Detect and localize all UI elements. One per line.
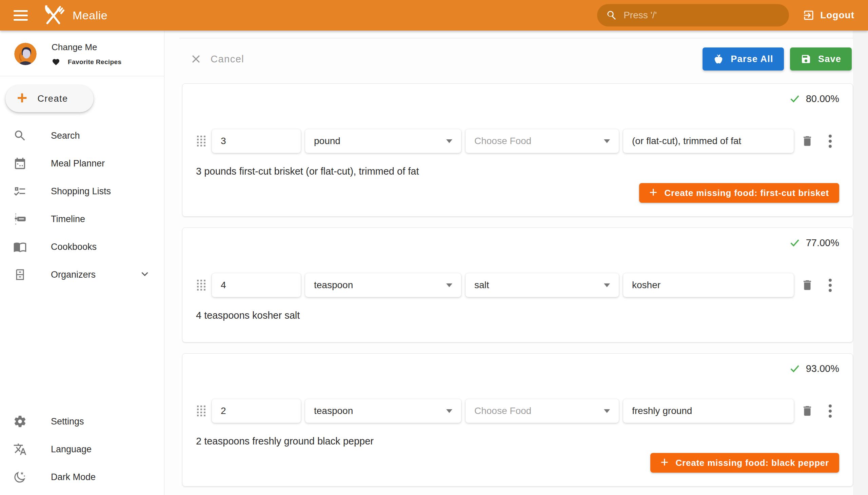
sidebar-item-organizers[interactable]: Organizers	[0, 261, 164, 289]
delete-button[interactable]	[798, 402, 816, 420]
parser-toolbar: Cancel Parse All Save	[180, 38, 853, 80]
ingredient-fields: pound Choose Food	[196, 129, 839, 153]
apple-icon	[713, 54, 724, 64]
dropdown-arrow-icon	[604, 284, 610, 287]
save-button[interactable]: Save	[790, 48, 852, 70]
calendar-icon	[13, 156, 27, 171]
drag-handle-icon[interactable]	[196, 134, 206, 149]
delete-button[interactable]	[798, 276, 816, 294]
check-icon	[789, 363, 801, 374]
kebab-icon	[829, 405, 832, 418]
original-ingredient-text: 2 teaspoons freshly ground black pepper	[196, 436, 839, 447]
gear-icon	[13, 414, 27, 429]
food-select[interactable]: Choose Food	[465, 399, 619, 423]
more-options-button[interactable]	[821, 276, 839, 294]
note-input[interactable]	[623, 273, 794, 297]
sidebar-item-shopping-lists[interactable]: Shopping Lists	[0, 177, 164, 205]
logout-label: Logout	[820, 10, 854, 21]
ingredient-fields: teaspoon Choose Food	[196, 399, 839, 423]
logout-icon	[803, 9, 815, 21]
timeline-icon	[13, 212, 27, 226]
dropdown-arrow-icon	[604, 409, 610, 413]
search-icon	[606, 10, 617, 21]
more-options-button[interactable]	[821, 402, 839, 420]
plus-icon: +	[17, 89, 27, 106]
plus-icon: +	[661, 455, 669, 469]
main-content: Cancel Parse All Save 80.00%	[165, 31, 868, 495]
quantity-input[interactable]	[212, 399, 301, 423]
user-block[interactable]: Change Me Favorite Recipes	[0, 31, 164, 76]
delete-button[interactable]	[798, 132, 816, 150]
quantity-input[interactable]	[212, 273, 301, 297]
favorite-recipes-label: Favorite Recipes	[68, 58, 121, 66]
ingredient-fields: teaspoon salt	[196, 273, 839, 297]
drag-handle-icon[interactable]	[196, 278, 206, 293]
sidebar: Change Me Favorite Recipes + Create Sear…	[0, 31, 165, 495]
confidence-row: 93.00%	[196, 362, 839, 375]
food-select[interactable]: Choose Food	[465, 129, 619, 153]
heart-icon	[52, 58, 61, 66]
file-cabinet-icon	[13, 268, 27, 282]
plus-icon: +	[649, 186, 658, 199]
sidebar-item-dark-mode[interactable]: Dark Mode	[0, 463, 164, 491]
ingredient-list: 80.00% pound Choose Food	[180, 80, 853, 495]
confidence-value: 93.00%	[806, 363, 839, 374]
sidebar-nav: Search Meal Planner Shopping Lists Timel…	[0, 122, 164, 289]
confidence-row: 77.00%	[196, 237, 839, 249]
trash-icon	[801, 405, 814, 417]
quantity-input[interactable]	[212, 129, 301, 153]
page-gutter	[853, 31, 868, 495]
book-open-icon	[13, 240, 27, 254]
confidence-row: 80.00%	[196, 92, 839, 105]
check-icon	[789, 93, 801, 104]
favorite-recipes-link[interactable]: Favorite Recipes	[52, 58, 121, 66]
trash-icon	[801, 279, 814, 292]
sidebar-item-language[interactable]: Language	[0, 435, 164, 463]
user-name: Change Me	[52, 42, 121, 53]
cancel-button[interactable]: Cancel	[190, 53, 244, 65]
note-input[interactable]	[623, 399, 794, 423]
close-icon	[190, 53, 202, 65]
magnify-icon	[13, 129, 27, 143]
logout-button[interactable]: Logout	[803, 9, 854, 21]
kebab-icon	[829, 279, 832, 292]
mealie-logo-icon	[41, 3, 65, 27]
moon-stars-icon	[13, 470, 27, 484]
original-ingredient-text: 3 pounds first-cut brisket (or flat-cut)…	[196, 166, 839, 177]
kebab-icon	[829, 135, 832, 148]
unit-select[interactable]: pound	[305, 129, 461, 153]
more-options-button[interactable]	[821, 132, 839, 150]
create-missing-food-button[interactable]: + Create missing food: first-cut brisket	[639, 183, 839, 203]
avatar	[14, 43, 37, 65]
ingredient-card: 77.00% teaspoon salt	[182, 227, 853, 342]
sidebar-item-cookbooks[interactable]: Cookbooks	[0, 233, 164, 261]
chevron-down-icon	[139, 268, 151, 281]
food-select[interactable]: salt	[465, 273, 619, 297]
confidence-value: 80.00%	[806, 93, 839, 104]
ingredient-card: 93.00% teaspoon Choose Food	[182, 353, 853, 487]
create-missing-food-button[interactable]: + Create missing food: black pepper	[650, 453, 839, 473]
menu-icon[interactable]	[10, 4, 32, 26]
trash-icon	[801, 135, 814, 148]
confidence-value: 77.00%	[806, 237, 839, 249]
dropdown-arrow-icon	[446, 139, 452, 143]
note-input[interactable]	[623, 129, 794, 153]
drag-handle-icon[interactable]	[196, 404, 206, 419]
original-ingredient-text: 4 teaspoons kosher salt	[196, 310, 839, 321]
sidebar-item-meal-planner[interactable]: Meal Planner	[0, 150, 164, 177]
checklist-icon	[13, 184, 27, 198]
sidebar-item-settings[interactable]: Settings	[0, 408, 164, 435]
sidebar-item-search[interactable]: Search	[0, 122, 164, 150]
dropdown-arrow-icon	[604, 139, 610, 143]
parse-all-button[interactable]: Parse All	[702, 48, 784, 70]
dropdown-arrow-icon	[446, 284, 452, 287]
translate-icon	[13, 442, 27, 456]
search-bar[interactable]	[597, 4, 789, 27]
sidebar-bottom-nav: Settings Language Dark Mode	[0, 408, 164, 491]
search-input[interactable]	[624, 10, 780, 21]
unit-select[interactable]: teaspoon	[305, 399, 461, 423]
create-button[interactable]: + Create	[5, 85, 93, 112]
unit-select[interactable]: teaspoon	[305, 273, 461, 297]
check-icon	[789, 237, 801, 249]
sidebar-item-timeline[interactable]: Timeline	[0, 205, 164, 233]
